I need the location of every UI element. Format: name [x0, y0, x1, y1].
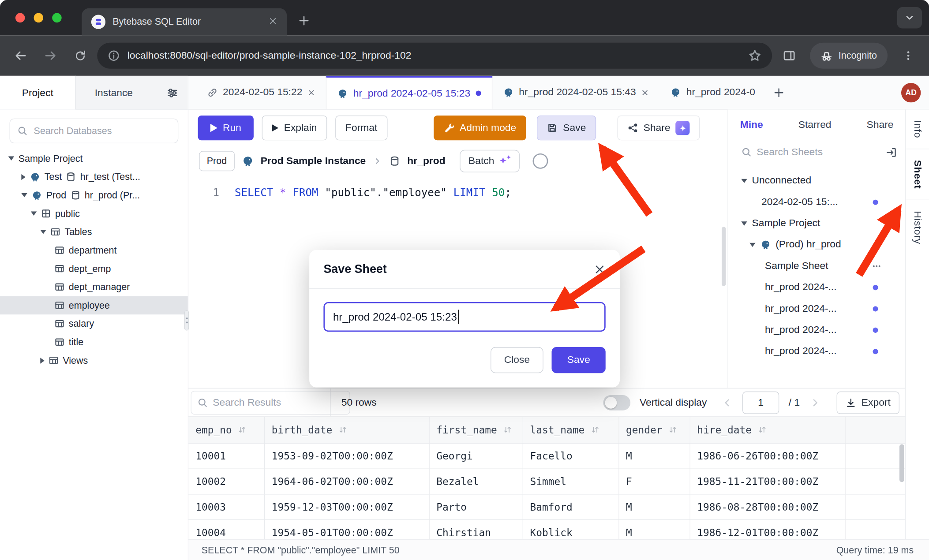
bookmark-star-icon[interactable] [749, 49, 762, 62]
table-scrollbar[interactable] [899, 444, 904, 482]
chevron-right-icon[interactable] [21, 174, 25, 179]
sheet-tab-4[interactable]: hr_prod 2024-0 [659, 76, 766, 109]
chevron-down-icon[interactable] [741, 221, 747, 225]
sort-icon[interactable] [757, 426, 766, 434]
export-button[interactable]: Export [836, 391, 899, 414]
format-button[interactable]: Format [335, 116, 387, 140]
chevron-right-icon[interactable] [40, 358, 44, 363]
database-search-input[interactable] [34, 126, 171, 136]
save-sheet-button[interactable]: Save [552, 347, 606, 373]
tree-item-schema-public[interactable]: public [0, 204, 188, 223]
sheet-group-sample-project[interactable]: Sample Project [728, 213, 906, 234]
rail-tab-history[interactable]: History [912, 211, 924, 244]
sort-icon[interactable] [668, 426, 677, 434]
status-ring-icon[interactable] [533, 153, 548, 169]
next-page-icon[interactable] [809, 396, 821, 408]
close-sheet-icon[interactable] [307, 89, 315, 96]
chevron-down-icon[interactable] [741, 179, 747, 183]
browser-tab[interactable]: Bytebase SQL Editor [82, 8, 287, 36]
sidebar-filter-icon[interactable] [166, 76, 187, 110]
column-header[interactable]: emp_no [188, 417, 264, 443]
column-header[interactable]: last_name [523, 417, 619, 443]
sheet-item[interactable]: hr_prod 2024-... [728, 298, 906, 319]
tree-item-table-dept-manager[interactable]: dept_manager [0, 278, 188, 296]
close-window-button[interactable] [15, 13, 25, 22]
tree-item-table-title[interactable]: title [0, 333, 188, 351]
zoom-window-button[interactable] [52, 13, 61, 22]
reload-button[interactable] [67, 43, 92, 68]
prev-page-icon[interactable] [721, 396, 733, 408]
admin-mode-button[interactable]: Admin mode [434, 116, 526, 140]
environment-chip[interactable]: Prod [199, 151, 234, 172]
rail-tab-info[interactable]: Info [912, 120, 924, 138]
browser-menu-icon[interactable] [896, 43, 921, 68]
sheet-group-unconnected[interactable]: Unconnected [728, 170, 906, 191]
close-dialog-icon[interactable] [594, 263, 606, 275]
column-header[interactable]: hire_date [689, 417, 845, 443]
results-search-input[interactable] [213, 396, 344, 408]
site-info-icon[interactable] [108, 50, 120, 62]
sheet-tab-2-active[interactable]: hr_prod 2024-02-05 15:23 [326, 76, 492, 109]
tree-item-prod-instance[interactable]: Prod hr_prod (Pr... [0, 186, 188, 205]
column-header[interactable]: first_name [429, 417, 522, 443]
sort-icon[interactable] [238, 426, 247, 434]
run-button[interactable]: Run [198, 116, 254, 140]
tree-item-table-salary[interactable]: salary [0, 314, 188, 333]
page-number-input[interactable] [742, 391, 779, 414]
vertical-display-toggle[interactable] [603, 395, 630, 410]
sort-icon[interactable] [338, 426, 347, 434]
chevron-down-icon[interactable] [40, 230, 46, 234]
sheet-item[interactable]: hr_prod 2024-... [728, 340, 906, 362]
database-search[interactable] [9, 119, 178, 143]
sort-icon[interactable] [503, 426, 512, 434]
tree-item-table-dept-emp[interactable]: dept_emp [0, 259, 188, 278]
tree-item-test-instance[interactable]: Test hr_test (Test... [0, 168, 188, 186]
tree-item-views-group[interactable]: Views [0, 351, 188, 370]
close-tab-icon[interactable] [268, 16, 277, 28]
database-name[interactable]: hr_prod [407, 155, 445, 167]
sheet-menu-icon[interactable] [872, 261, 882, 271]
sheet-item[interactable]: 2024-02-05 15:... [728, 191, 906, 213]
column-header[interactable]: birth_date [264, 417, 429, 443]
sheet-tab-3[interactable]: hr_prod 2024-02-05 15:43 [492, 76, 660, 109]
close-sheet-icon[interactable] [641, 89, 649, 96]
back-button[interactable] [8, 43, 33, 68]
import-sheet-icon[interactable] [886, 146, 897, 158]
tab-project[interactable]: Project [0, 76, 76, 110]
save-button[interactable]: Save [537, 116, 596, 140]
instance-name[interactable]: Prod Sample Instance [261, 155, 366, 167]
side-panel-icon[interactable] [777, 43, 802, 68]
tab-shared[interactable]: Share [867, 119, 894, 131]
tab-starred[interactable]: Starred [798, 119, 832, 131]
chevron-down-icon[interactable] [21, 193, 27, 197]
close-button[interactable]: Close [491, 347, 543, 373]
sheet-name-input[interactable]: hr_prod 2024-02-05 15:23 [323, 302, 605, 332]
tab-search-chevron-button[interactable] [897, 7, 922, 28]
minimize-window-button[interactable] [34, 13, 43, 22]
add-sheet-button[interactable] [769, 83, 788, 102]
tree-item-table-department[interactable]: department [0, 241, 188, 260]
chevron-down-icon[interactable] [8, 157, 14, 161]
tree-item-sample-project[interactable]: Sample Project [0, 149, 188, 168]
forward-button[interactable] [38, 43, 63, 68]
column-header[interactable]: gender [618, 417, 689, 443]
sheet-search-input[interactable] [757, 146, 875, 158]
sheet-item[interactable]: hr_prod 2024-... [728, 319, 906, 340]
sort-icon[interactable] [591, 426, 599, 434]
tree-item-table-employee[interactable]: employee [0, 296, 188, 315]
sidebar-resize-handle[interactable] [184, 310, 189, 331]
sheet-item[interactable]: hr_prod 2024-... [728, 276, 906, 298]
batch-button[interactable]: Batch [460, 150, 520, 172]
chevron-down-icon[interactable] [749, 243, 755, 246]
new-tab-button[interactable] [294, 11, 314, 31]
user-avatar[interactable]: AD [901, 82, 921, 102]
tab-instance[interactable]: Instance [76, 76, 152, 110]
address-bar[interactable]: localhost:8080/sql-editor/prod-sample-in… [97, 43, 772, 69]
chevron-down-icon[interactable] [31, 212, 37, 216]
sheet-database-node[interactable]: (Prod) hr_prod [728, 234, 906, 255]
share-button[interactable]: Share [618, 116, 700, 140]
sheet-item-sample-sheet[interactable]: Sample Sheet [728, 255, 906, 276]
tab-mine[interactable]: Mine [740, 119, 763, 131]
tree-item-tables-group[interactable]: Tables [0, 223, 188, 241]
editor-scrollbar[interactable] [722, 227, 726, 286]
